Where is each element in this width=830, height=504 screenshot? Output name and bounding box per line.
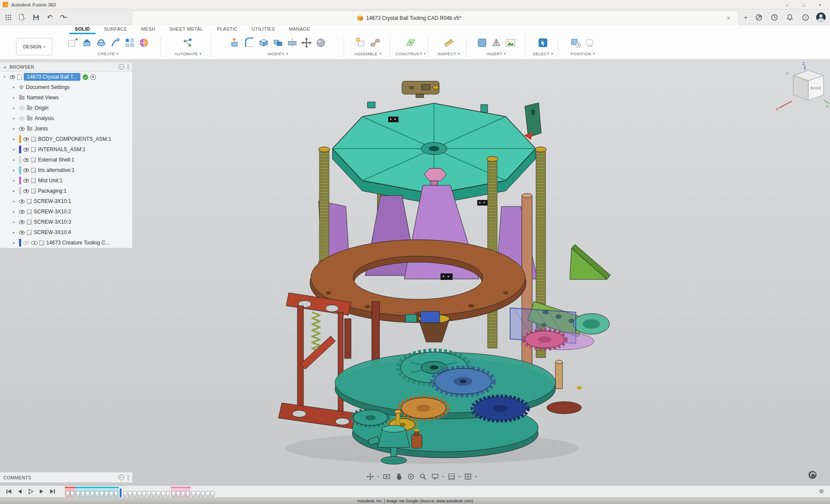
appearance-icon[interactable] [315,37,327,49]
go-to-end-button[interactable] [48,488,56,495]
timeline-feature-icon[interactable] [186,491,190,497]
expand-arrow-icon[interactable]: ▸ [13,230,17,235]
create-sketch-icon[interactable] [67,37,79,49]
browser-item-analysis[interactable]: ▸ Analysis [0,113,132,124]
orbit-icon[interactable] [406,472,415,481]
decal-icon[interactable] [476,37,488,49]
fillet-icon[interactable] [243,37,255,49]
visibility-eye-icon[interactable] [19,231,25,235]
go-to-start-button[interactable] [5,488,13,495]
new-component-icon[interactable] [355,37,367,49]
visibility-eye-icon[interactable] [23,148,29,152]
browser-item-screw-2[interactable]: ▸ SCREW-3X10:2 [0,206,132,217]
insert-mesh-icon[interactable] [490,37,502,49]
timeline-feature-icon[interactable] [211,491,214,497]
timeline-feature-icon[interactable] [90,491,94,497]
3d-model[interactable] [278,81,610,464]
timeline-feature-icon[interactable] [152,491,156,497]
chevron-down-icon[interactable]: ▾ [442,475,444,479]
user-avatar[interactable] [816,13,826,22]
visibility-eye-icon[interactable] [23,137,29,141]
grid-snaps-icon[interactable] [447,472,456,481]
sync-status-icon[interactable] [83,74,88,80]
visibility-eye-icon[interactable] [10,75,15,79]
file-menu-icon[interactable] [17,13,27,22]
tab-manage[interactable]: MANAGE [283,25,316,34]
timeline-feature-icon[interactable] [114,491,118,497]
create-form-icon[interactable] [138,37,150,49]
display-settings-icon[interactable] [430,472,440,481]
minimize-button[interactable]: – [780,0,795,9]
timeline-feature-icon[interactable] [109,491,113,497]
tab-mesh[interactable]: MESH [135,25,161,34]
browser-item-screw-1[interactable]: ▸ SCREW-3X10:1 [0,196,132,206]
expand-arrow-icon[interactable]: ▸ [13,137,17,141]
expand-arrow-icon[interactable]: ▸ [13,147,17,152]
root-component-label[interactable]: 14673 Crystal Ball T... [24,73,80,81]
step-back-button[interactable] [16,488,23,495]
press-pull-icon[interactable] [229,37,241,49]
job-status-icon[interactable] [754,13,763,22]
tab-sheet-metal[interactable]: SHEET METAL [163,25,209,34]
visibility-eye-icon[interactable] [19,127,25,131]
pattern-icon[interactable] [124,37,136,49]
assistant-icon[interactable] [808,471,817,479]
document-tab[interactable]: 14673 Crystal Ball Tooling CAD R04b v5* … [132,11,738,25]
clock-icon[interactable] [769,13,779,22]
tab-solid[interactable]: SOLID [69,25,96,34]
group-automate-dropdown[interactable]: AUTOMATE▾ [175,51,202,56]
browser-item-document-settings[interactable]: ▸ ⚙ Document Settings [0,82,132,92]
measure-icon[interactable] [443,37,455,49]
tab-utilities[interactable]: UTILITIES [246,25,281,34]
visibility-eye-icon[interactable] [23,179,29,183]
visibility-eye-icon[interactable] [23,158,29,162]
chevron-down-icon[interactable]: ▾ [475,475,477,479]
split-body-icon[interactable] [286,37,298,49]
collapse-panel-icon[interactable]: « [3,64,6,70]
browser-item-mist-unit[interactable]: ▸ Mist Unit:1 [0,175,132,186]
expand-arrow-icon[interactable]: ▸ [13,241,17,245]
design-workspace-selector[interactable]: DESIGN▾ [16,38,52,55]
select-icon[interactable] [537,37,549,49]
notification-bell-icon[interactable] [785,13,795,22]
timeline-feature-icon[interactable] [128,491,132,497]
timeline-feature-icon[interactable] [142,491,146,497]
timeline-feature-icon[interactable] [95,491,99,497]
visibility-eye-icon[interactable] [19,117,25,120]
timeline-settings-gear-icon[interactable]: ⚙ [819,488,824,494]
browser-item-named-views[interactable]: ▸ Named Views [0,92,132,103]
group-insert-dropdown[interactable]: INSERT▾ [487,51,506,56]
timeline-feature-icon[interactable] [147,491,151,497]
close-button[interactable]: × [813,0,827,9]
automate-icon[interactable] [182,37,194,49]
timeline-feature-icon[interactable] [201,491,205,497]
expand-arrow-icon[interactable]: ▸ [13,106,17,110]
extrude-icon[interactable] [81,37,93,49]
browser-item-creature-tooling-link[interactable]: ▸ 14673 Creature Tooling CAD ... [0,238,132,248]
group-modify-dropdown[interactable]: MODIFY▾ [268,51,288,56]
timeline-feature-icon[interactable] [206,491,210,497]
expand-arrow-icon[interactable]: ▾ [3,75,7,79]
browser-header[interactable]: « BROWSER [0,62,132,72]
revolve-icon[interactable] [95,37,107,49]
timeline-feature-icon[interactable] [156,491,160,497]
look-at-icon[interactable] [382,472,391,481]
panel-resize-handle[interactable] [128,64,129,70]
maximize-button[interactable]: □ [796,0,811,9]
expand-arrow-icon[interactable]: ▸ [13,95,17,100]
group-inspect-dropdown[interactable]: INSPECT▾ [437,51,460,56]
browser-item-external-shell[interactable]: ▸ External Shell:1 [0,155,132,165]
browser-item-joints[interactable]: ▸ Joints [0,124,132,134]
timeline-feature-icon[interactable] [196,491,200,497]
comments-panel[interactable]: COMMENTS [0,472,132,482]
browser-item-screw-3[interactable]: ▸ SCREW-3X10:3 [0,217,132,227]
pan-icon[interactable] [394,472,403,481]
group-position-dropdown[interactable]: POSITION▾ [571,51,595,56]
timeline-feature-icon[interactable] [133,491,137,497]
timeline-feature-icon[interactable] [86,491,89,497]
expand-arrow-icon[interactable]: ▸ [13,178,17,183]
sweep-icon[interactable] [109,37,121,49]
viewcube[interactable]: BACK ⌂ X Y Z [776,61,829,111]
browser-item-origin[interactable]: ▸ Origin [0,103,132,113]
save-icon[interactable] [31,13,41,22]
